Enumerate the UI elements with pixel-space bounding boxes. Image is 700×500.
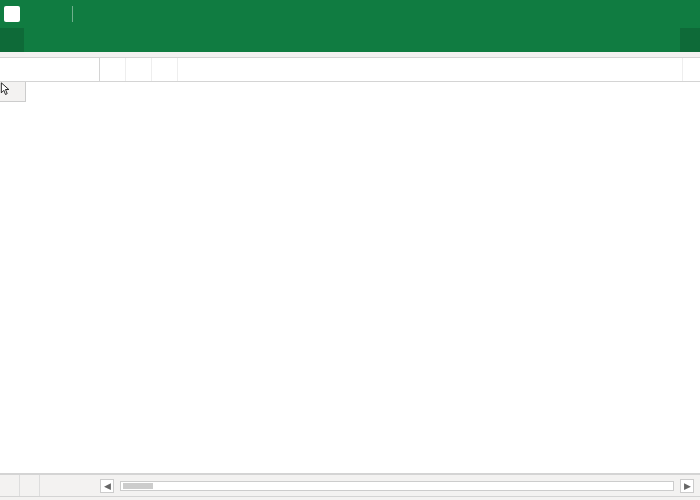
fx-button[interactable] (152, 58, 178, 81)
share-button[interactable] (680, 28, 700, 52)
excel-icon (4, 6, 20, 22)
tell-me[interactable] (644, 28, 664, 52)
worksheet-grid[interactable] (0, 82, 700, 474)
save-button[interactable] (22, 3, 44, 25)
formula-cancel-button[interactable] (100, 58, 126, 81)
name-box[interactable] (0, 58, 100, 81)
sheet-nav-overflow-left[interactable] (40, 475, 56, 496)
formula-bar (0, 58, 700, 82)
hscroll-thumb[interactable] (123, 483, 153, 489)
minimize-button[interactable] (598, 0, 632, 28)
quick-access-toolbar (0, 3, 147, 25)
hscroll-track[interactable] (120, 481, 674, 491)
qat-dropdown-2[interactable] (125, 3, 147, 25)
select-all-corner[interactable] (0, 82, 26, 102)
qat-dropdown-1[interactable] (46, 3, 68, 25)
title-bar (0, 0, 700, 28)
tab-file[interactable] (0, 28, 24, 52)
sheet-tab-bar: ◀ ▶ (0, 474, 700, 496)
new-sheet-button[interactable] (72, 475, 94, 496)
hscroll-left-icon[interactable]: ◀ (100, 479, 114, 493)
sheet-nav-prev[interactable] (0, 475, 20, 496)
close-button[interactable] (666, 0, 700, 28)
sheet-nav-overflow-right[interactable] (56, 475, 72, 496)
maximize-button[interactable] (632, 0, 666, 28)
formula-expand-button[interactable] (682, 58, 700, 81)
formula-confirm-button[interactable] (126, 58, 152, 81)
redo-button[interactable] (101, 3, 123, 25)
formula-input[interactable] (178, 58, 682, 81)
horizontal-scrollbar[interactable]: ◀ ▶ (94, 475, 700, 496)
window-controls (598, 0, 700, 28)
ribbon-tabs (0, 28, 700, 52)
sheet-nav-next[interactable] (20, 475, 40, 496)
hscroll-right-icon[interactable]: ▶ (680, 479, 694, 493)
undo-button[interactable] (77, 3, 99, 25)
signin-button[interactable] (664, 28, 680, 52)
qat-separator (72, 6, 73, 22)
status-bar (0, 496, 700, 500)
